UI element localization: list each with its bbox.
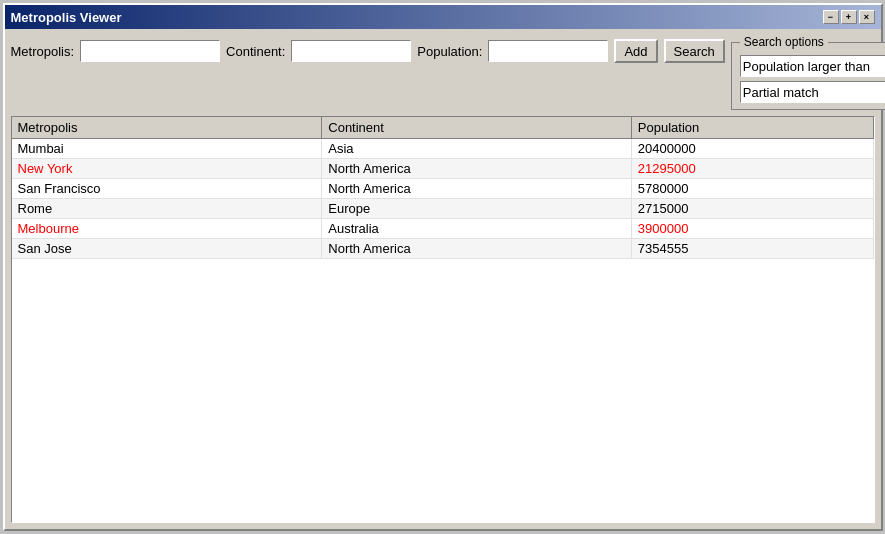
col-header-metropolis: Metropolis: [12, 117, 322, 139]
search-options-legend: Search options: [740, 35, 828, 49]
cell-continent: Australia: [322, 219, 632, 239]
table-row[interactable]: MumbaiAsia20400000: [12, 139, 874, 159]
table-row[interactable]: San JoseNorth America7354555: [12, 239, 874, 259]
continent-input[interactable]: [291, 40, 411, 62]
metropolis-input[interactable]: [80, 40, 220, 62]
cell-continent: Europe: [322, 199, 632, 219]
window-title: Metropolis Viewer: [11, 10, 122, 25]
maximize-button[interactable]: +: [841, 10, 857, 24]
metropolis-label: Metropolis:: [11, 44, 75, 59]
cell-continent: North America: [322, 179, 632, 199]
table-row[interactable]: RomeEurope2715000: [12, 199, 874, 219]
col-header-population: Population: [631, 117, 873, 139]
form-area: Metropolis: Continent: Population: Add S…: [11, 35, 725, 63]
col-header-continent: Continent: [322, 117, 632, 139]
continent-label: Continent:: [226, 44, 285, 59]
cell-population: 5780000: [631, 179, 873, 199]
search-options-group: Search options Population larger than Po…: [731, 35, 885, 110]
cell-metropolis: San Jose: [12, 239, 322, 259]
cell-population: 21295000: [631, 159, 873, 179]
cell-population: 3900000: [631, 219, 873, 239]
title-bar: Metropolis Viewer − + ×: [5, 5, 881, 29]
cell-population: 20400000: [631, 139, 873, 159]
match-filter-select[interactable]: Partial match Exact match: [740, 81, 885, 103]
main-window: Metropolis Viewer − + × Metropolis: Cont…: [3, 3, 883, 531]
cell-metropolis: Melbourne: [12, 219, 322, 239]
table-row[interactable]: New YorkNorth America21295000: [12, 159, 874, 179]
population-input[interactable]: [488, 40, 608, 62]
cell-continent: Asia: [322, 139, 632, 159]
population-filter-select[interactable]: Population larger than Population smalle…: [740, 55, 885, 77]
minimize-button[interactable]: −: [823, 10, 839, 24]
window-body: Metropolis: Continent: Population: Add S…: [5, 29, 881, 529]
close-button[interactable]: ×: [859, 10, 875, 24]
cell-metropolis: Mumbai: [12, 139, 322, 159]
cell-continent: North America: [322, 239, 632, 259]
top-row: Metropolis: Continent: Population: Add S…: [11, 35, 875, 110]
add-button[interactable]: Add: [614, 39, 657, 63]
table-row[interactable]: MelbourneAustralia3900000: [12, 219, 874, 239]
match-filter-row: Partial match Exact match ▼: [740, 81, 885, 103]
metropolis-table: Metropolis Continent Population MumbaiAs…: [12, 117, 874, 259]
table-row[interactable]: San FranciscoNorth America5780000: [12, 179, 874, 199]
population-filter-row: Population larger than Population smalle…: [740, 55, 885, 77]
cell-metropolis: San Francisco: [12, 179, 322, 199]
table-body: MumbaiAsia20400000New YorkNorth America2…: [12, 139, 874, 259]
search-options-inner: Population larger than Population smalle…: [740, 55, 885, 103]
cell-metropolis: Rome: [12, 199, 322, 219]
title-bar-buttons: − + ×: [823, 10, 875, 24]
table-container: Metropolis Continent Population MumbaiAs…: [11, 116, 875, 523]
cell-continent: North America: [322, 159, 632, 179]
search-button[interactable]: Search: [664, 39, 725, 63]
cell-population: 2715000: [631, 199, 873, 219]
table-header: Metropolis Continent Population: [12, 117, 874, 139]
population-label: Population:: [417, 44, 482, 59]
cell-population: 7354555: [631, 239, 873, 259]
cell-metropolis: New York: [12, 159, 322, 179]
